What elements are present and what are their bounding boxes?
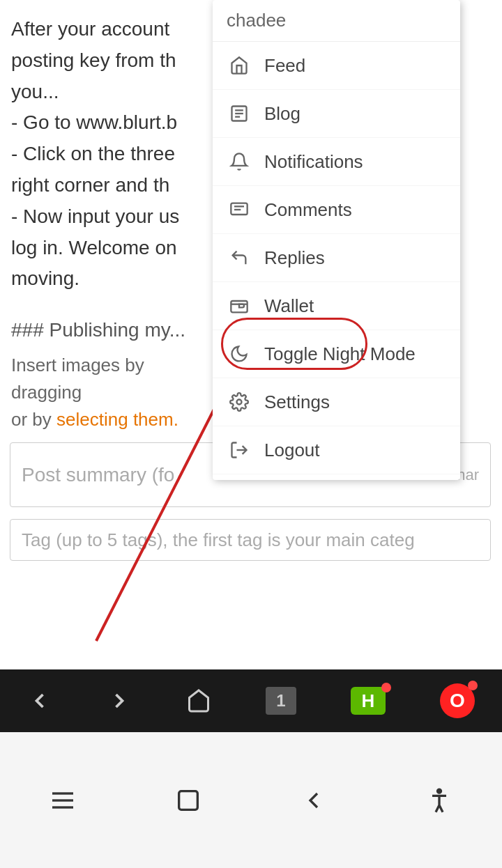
comments-icon bbox=[227, 197, 252, 222]
logout-label: Logout bbox=[264, 440, 320, 461]
insert-images-text: Insert images by dragging bbox=[11, 352, 195, 406]
forward-button[interactable] bbox=[107, 688, 132, 713]
menu-item-blog[interactable]: Blog bbox=[213, 90, 460, 138]
svg-point-16 bbox=[438, 789, 441, 793]
svg-rect-6 bbox=[231, 203, 247, 215]
blog-icon bbox=[227, 101, 252, 126]
body-text: After your account posting key from th y… bbox=[0, 0, 206, 447]
svg-point-10 bbox=[237, 400, 242, 405]
settings-label: Settings bbox=[264, 392, 330, 413]
android-back-button[interactable] bbox=[300, 786, 328, 814]
logout-icon bbox=[227, 437, 252, 463]
tabs-button[interactable]: 1 bbox=[266, 687, 296, 715]
dropdown-username: chadee bbox=[213, 0, 460, 42]
back-button[interactable] bbox=[27, 688, 52, 713]
menu-item-replies[interactable]: Replies bbox=[213, 234, 460, 282]
notifications-label: Notifications bbox=[264, 151, 363, 173]
or-by-text: or by selecting them. bbox=[11, 406, 195, 433]
menu-item-wallet[interactable]: Wallet bbox=[213, 282, 460, 330]
hoot-button[interactable]: H bbox=[351, 687, 386, 715]
opera-badge bbox=[468, 681, 478, 690]
home-button[interactable] bbox=[186, 688, 211, 713]
menu-item-settings[interactable]: Settings bbox=[213, 378, 460, 426]
moon-icon bbox=[227, 341, 252, 366]
blog-label: Blog bbox=[264, 103, 301, 125]
dropdown-menu: chadee Feed Blog bbox=[213, 0, 460, 480]
menu-item-feed[interactable]: Feed bbox=[213, 42, 460, 90]
comments-label: Comments bbox=[264, 199, 352, 221]
replies-label: Replies bbox=[264, 247, 325, 269]
bell-icon bbox=[227, 149, 252, 174]
feed-label: Feed bbox=[264, 55, 305, 77]
menu-item-toggle-night[interactable]: Toggle Night Mode bbox=[213, 330, 460, 378]
system-nav-bar bbox=[0, 732, 502, 868]
publishing-heading: ### Publishing my... bbox=[11, 316, 195, 345]
selecting-them-link[interactable]: selecting them. bbox=[56, 409, 178, 430]
opera-button[interactable]: O bbox=[440, 683, 475, 718]
toggle-night-label: Toggle Night Mode bbox=[264, 343, 416, 365]
android-menu-button[interactable] bbox=[49, 786, 77, 814]
hoot-badge bbox=[381, 683, 391, 692]
svg-rect-15 bbox=[179, 791, 198, 809]
wallet-icon bbox=[227, 293, 252, 318]
menu-item-comments[interactable]: Comments bbox=[213, 186, 460, 234]
tag-input[interactable]: Tag (up to 5 tags), the first tag is you… bbox=[10, 519, 491, 561]
menu-item-notifications[interactable]: Notifications bbox=[213, 138, 460, 186]
accessibility-button[interactable] bbox=[425, 786, 453, 814]
replies-icon bbox=[227, 245, 252, 270]
menu-item-logout[interactable]: Logout bbox=[213, 426, 460, 474]
gear-icon bbox=[227, 389, 252, 414]
home-icon bbox=[227, 53, 252, 78]
wallet-label: Wallet bbox=[264, 295, 314, 317]
android-home-button[interactable] bbox=[174, 786, 202, 814]
browser-nav-bar: 1 H O bbox=[0, 669, 502, 732]
